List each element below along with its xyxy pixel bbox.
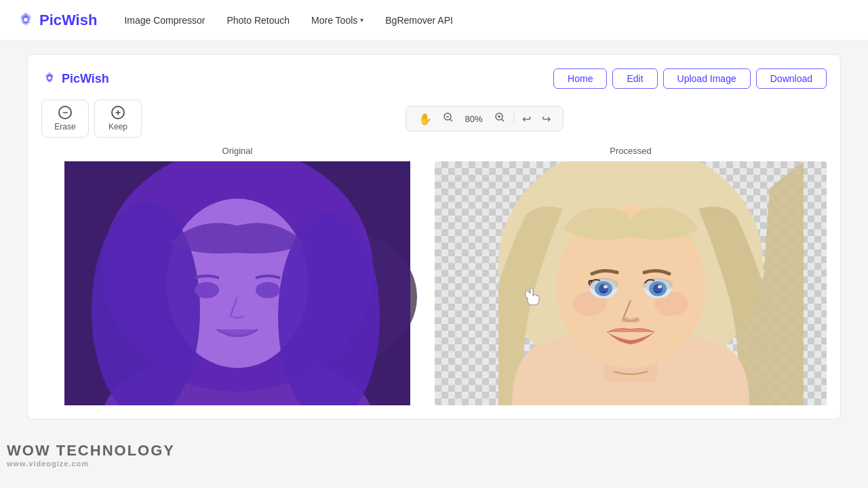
editor-tools-row: − Erase + Keep ✋ 80% xyxy=(41,100,827,138)
zoom-percent: 80% xyxy=(460,114,488,124)
processed-panel: Processed xyxy=(435,146,827,405)
original-panel: Original xyxy=(41,146,433,405)
editor-actions: Home Edit Upload Image Download xyxy=(553,68,827,89)
editor-header: PicWish Home Edit Upload Image Download xyxy=(41,68,827,89)
left-tools: − Erase + Keep xyxy=(41,100,142,138)
home-button[interactable]: Home xyxy=(553,68,607,89)
original-image xyxy=(41,161,433,405)
undo-button[interactable]: ↩ xyxy=(518,111,535,127)
pan-button[interactable]: ✋ xyxy=(414,111,436,127)
editor-container: PicWish Home Edit Upload Image Download … xyxy=(27,54,841,420)
original-label: Original xyxy=(41,146,433,156)
nav-photo-retouch[interactable]: Photo Retouch xyxy=(226,15,290,26)
svg-point-42 xyxy=(643,278,673,291)
logo-icon xyxy=(16,11,35,30)
download-button[interactable]: Download xyxy=(756,68,827,89)
zoom-out-button[interactable] xyxy=(439,110,458,127)
zoom-separator xyxy=(513,113,514,124)
svg-rect-25 xyxy=(64,161,410,405)
nav-bgremover-api[interactable]: BgRemover API xyxy=(385,15,453,26)
zoom-in-button[interactable] xyxy=(490,110,509,127)
svg-point-3 xyxy=(24,18,28,22)
redo-button[interactable]: ↪ xyxy=(538,111,555,127)
processed-image xyxy=(435,161,827,405)
editor-logo-icon xyxy=(41,70,58,87)
svg-point-41 xyxy=(589,278,618,291)
center-controls: ✋ 80% xyxy=(142,106,827,131)
svg-point-7 xyxy=(48,77,52,80)
original-image-container[interactable] xyxy=(41,161,433,405)
zoom-out-icon xyxy=(443,112,454,123)
nav-more-tools[interactable]: More Tools ▾ xyxy=(311,15,363,26)
upload-image-button[interactable]: Upload Image xyxy=(663,68,751,89)
svg-point-39 xyxy=(621,317,631,323)
image-panels: Original xyxy=(41,146,827,405)
editor-logo: PicWish xyxy=(41,70,109,87)
svg-line-14 xyxy=(502,119,504,121)
erase-icon: − xyxy=(58,106,72,119)
keep-button[interactable]: + Keep xyxy=(94,100,142,138)
chevron-down-icon: ▾ xyxy=(360,16,363,24)
processed-label: Processed xyxy=(435,146,827,156)
navbar-logo[interactable]: PicWish xyxy=(16,11,97,30)
navbar: PicWish Image Compressor Photo Retouch M… xyxy=(0,0,868,41)
zoom-in-icon xyxy=(494,112,505,123)
nav-links: Image Compressor Photo Retouch More Tool… xyxy=(124,15,453,26)
keep-icon: + xyxy=(111,106,125,119)
erase-button[interactable]: − Erase xyxy=(41,100,89,138)
svg-line-10 xyxy=(450,119,452,121)
edit-button[interactable]: Edit xyxy=(612,68,657,89)
nav-image-compressor[interactable]: Image Compressor xyxy=(124,15,205,26)
svg-point-40 xyxy=(631,317,640,323)
processed-image-container[interactable] xyxy=(435,161,827,405)
zoom-controls: ✋ 80% xyxy=(406,106,564,131)
